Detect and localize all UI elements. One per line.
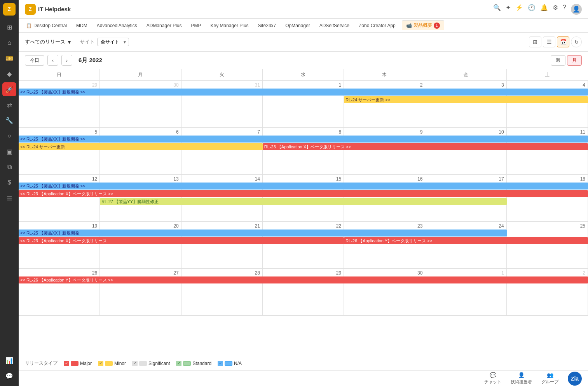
notification-icon[interactable]: 🔔: [540, 4, 548, 15]
tab-advanced-analytics[interactable]: Advanced Analytics: [92, 21, 141, 30]
cal-cell[interactable]: 5: [19, 128, 100, 174]
calendar-event[interactable]: << RL-23 【Application X】ベータ版リリース >>: [19, 190, 588, 197]
sidebar-item-bell[interactable]: ○: [2, 129, 16, 143]
calendar-event[interactable]: << RL-25 【製品XX】新規開発: [19, 230, 507, 236]
next-button[interactable]: ›: [61, 55, 72, 66]
activity-icon[interactable]: ⚡: [515, 4, 523, 15]
list-view-button[interactable]: ☰: [543, 37, 555, 47]
cal-cell[interactable]: 2: [507, 269, 588, 315]
legend-standard[interactable]: ✓ Standard: [176, 361, 211, 366]
calendar-event[interactable]: RL-26 【Application Y】ベータ版リリース >>: [344, 237, 588, 244]
sidebar-item-shuffle[interactable]: ⇄: [2, 98, 16, 112]
cal-cell[interactable]: 22: [263, 222, 344, 268]
sidebar-item-diamond[interactable]: ◆: [2, 67, 16, 81]
cal-cell[interactable]: 23: [344, 222, 425, 268]
cal-cell[interactable]: 1: [263, 81, 344, 127]
tab-admanager-plus[interactable]: ADManager Plus: [142, 21, 186, 30]
sidebar-item-releases[interactable]: 🚀: [2, 82, 16, 96]
grid-view-button[interactable]: ⊞: [529, 37, 541, 47]
cal-cell[interactable]: 21: [181, 222, 263, 268]
site-select[interactable]: 全サイト: [97, 38, 129, 46]
tab-key-manager-plus[interactable]: Key Manager Plus: [206, 21, 253, 30]
marketplace-icon[interactable]: ✦: [506, 4, 511, 15]
user-avatar[interactable]: 👤: [571, 4, 582, 15]
tab-site24x7[interactable]: Site24x7: [254, 21, 281, 30]
legend-major[interactable]: ✓ Major: [64, 361, 92, 366]
calendar-event[interactable]: << RL-26 【Application Y】ベータ版リリース >>: [19, 276, 588, 283]
tab-adselfservice[interactable]: ADSelfService: [315, 21, 354, 30]
month-view-button[interactable]: 月: [567, 55, 582, 66]
release-filter-dropdown[interactable]: すべてのリリース ▼: [25, 38, 72, 45]
cal-cell[interactable]: 12: [19, 175, 100, 221]
sidebar-item-grid[interactable]: ⊞: [2, 20, 16, 34]
cal-cell[interactable]: 20: [100, 222, 181, 268]
group-button[interactable]: 👥 グループ: [541, 372, 558, 385]
sidebar-item-dollar[interactable]: $: [2, 176, 16, 190]
calendar-event[interactable]: RL-27 【製品YY】脆弱性修正: [100, 198, 506, 205]
settings-icon[interactable]: ⚙: [553, 4, 558, 15]
cal-cell[interactable]: 11: [507, 128, 588, 174]
tab-product[interactable]: 📹 製品概要 1: [402, 20, 444, 31]
help-icon[interactable]: ?: [563, 4, 566, 15]
sidebar-item-support[interactable]: 💬: [2, 369, 16, 383]
chat-button[interactable]: 💬 チャット: [484, 372, 501, 385]
calendar-view-button[interactable]: 📅: [557, 37, 569, 47]
month-title[interactable]: 6月 2022: [79, 57, 102, 64]
app-logo[interactable]: Z: [3, 3, 16, 16]
sidebar-item-tickets[interactable]: 🎫: [2, 51, 16, 65]
history-icon[interactable]: 🕐: [528, 4, 536, 15]
legend-na[interactable]: ✓ N/A: [218, 361, 242, 366]
legend-minor[interactable]: ✓ Minor: [98, 361, 126, 366]
cal-cell[interactable]: 27: [100, 269, 181, 315]
cal-cell[interactable]: 30: [100, 81, 181, 127]
cal-cell[interactable]: 29: [19, 81, 100, 127]
sidebar-item-box[interactable]: ▣: [2, 144, 16, 158]
minor-checkbox[interactable]: ✓: [98, 361, 103, 366]
cal-cell[interactable]: 6: [100, 128, 181, 174]
tab-opmanager[interactable]: OpManager: [281, 21, 314, 30]
cal-cell[interactable]: 26: [19, 269, 100, 315]
sidebar-item-home[interactable]: ⌂: [2, 36, 16, 50]
significant-checkbox[interactable]: ✓: [132, 361, 138, 366]
standard-checkbox[interactable]: ✓: [176, 361, 181, 366]
calendar-event[interactable]: << RL-25 【製品XX】新規開発 >>: [19, 89, 588, 96]
cal-cell[interactable]: 3: [425, 81, 506, 127]
today-button[interactable]: 今日: [25, 55, 44, 66]
na-checkbox[interactable]: ✓: [218, 361, 223, 366]
search-icon[interactable]: 🔍: [493, 4, 501, 15]
cal-cell[interactable]: 30: [344, 269, 425, 315]
cal-cell[interactable]: 25: [507, 222, 588, 268]
calendar-event[interactable]: << RL-25 【製品XX】新規開発 >>: [19, 136, 588, 143]
cal-cell[interactable]: 9: [344, 128, 425, 174]
cal-cell[interactable]: 28: [181, 269, 263, 315]
tab-zoho-creator[interactable]: Zoho Creator App: [354, 21, 400, 30]
tab-mdm[interactable]: MDM: [72, 21, 92, 30]
tab-pmp[interactable]: PMP: [187, 21, 206, 30]
sidebar-item-layers[interactable]: ⧉: [2, 160, 16, 174]
calendar-event[interactable]: RL-24 サーバー更新 >>: [344, 96, 588, 103]
tab-desktop-central[interactable]: 📋 Desktop Central: [22, 21, 71, 30]
cal-cell[interactable]: 4: [507, 81, 588, 127]
calendar-event[interactable]: << RL-25 【製品XX】新規開発 >>: [19, 183, 588, 190]
cal-cell[interactable]: 7: [181, 128, 263, 174]
cal-cell[interactable]: 29: [263, 269, 344, 315]
cal-cell[interactable]: 1: [425, 269, 506, 315]
refresh-button[interactable]: ↻: [571, 37, 582, 47]
sidebar-item-chart[interactable]: 📊: [2, 353, 16, 367]
cal-cell[interactable]: 8: [263, 128, 344, 174]
technician-button[interactable]: 👤 技術担当者: [511, 372, 532, 385]
calendar-event[interactable]: << RL-23 【Application X】ベータ版リリース: [19, 237, 344, 244]
calendar-event[interactable]: RL-23 【Application X】ベータ版リリース >>: [263, 143, 588, 150]
cal-cell[interactable]: 31: [181, 81, 263, 127]
prev-button[interactable]: ‹: [47, 55, 58, 66]
calendar-event[interactable]: << RL-24 サーバー更新: [19, 143, 263, 150]
sidebar-item-tools[interactable]: 🔧: [2, 113, 16, 127]
zia-button[interactable]: Zia: [568, 372, 582, 386]
cal-cell[interactable]: 10: [425, 128, 506, 174]
week-view-button[interactable]: 週: [551, 55, 565, 66]
major-checkbox[interactable]: ✓: [64, 361, 69, 366]
legend-significant[interactable]: ✓ Significant: [132, 361, 170, 366]
cal-cell[interactable]: 19: [19, 222, 100, 268]
cal-cell[interactable]: 24: [425, 222, 506, 268]
cal-cell[interactable]: 18: [507, 175, 588, 221]
